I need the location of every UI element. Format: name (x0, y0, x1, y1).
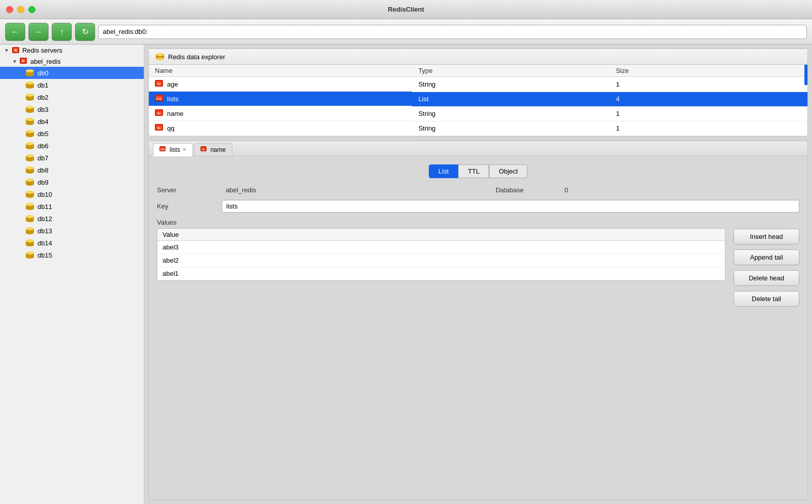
tab-lists[interactable]: List lists ✕ (153, 143, 193, 156)
up-button[interactable]: ↑ (52, 23, 72, 41)
list-item[interactable]: abel3 (157, 240, 725, 254)
sidebar-item-db3[interactable]: db3 (0, 103, 144, 115)
tab-lists-label: lists (170, 146, 180, 153)
sub-tab-object[interactable]: Object (489, 164, 527, 178)
sub-tab-ttl[interactable]: TTL (458, 164, 489, 178)
cell-type: String (412, 121, 610, 136)
cylinder-db-icon (24, 202, 35, 211)
tab-name-label: name (211, 146, 226, 153)
svg-point-44 (26, 183, 34, 186)
sidebar-item-db13[interactable]: db13 (0, 225, 144, 237)
svg-text:R: R (22, 59, 24, 63)
svg-point-41 (26, 166, 34, 170)
append-tail-button[interactable]: Append tail (734, 249, 799, 265)
db-label: db12 (37, 215, 52, 223)
svg-point-73 (156, 53, 164, 56)
back-button[interactable]: ← (5, 23, 25, 41)
app-title: RedisClient (388, 6, 424, 13)
list-item[interactable]: abel2 (157, 254, 725, 267)
sidebar-item-server[interactable]: ▼ R abel_redis (0, 56, 144, 67)
cell-size: 4 (610, 92, 807, 106)
values-col-extra (498, 229, 725, 241)
sidebar-item-db14[interactable]: db14 (0, 237, 144, 249)
db-label: db13 (37, 227, 52, 235)
svg-point-53 (26, 203, 34, 206)
database-list: db0 db1 db2 db3 (0, 67, 144, 261)
values-left: Values Value abel3 (157, 219, 725, 307)
table-row[interactable]: Str name String 1 (149, 106, 807, 121)
svg-point-36 (26, 158, 34, 161)
sidebar-item-servers[interactable]: ▼ R Redis servers (0, 45, 144, 56)
refresh-button[interactable]: ↻ (75, 23, 95, 41)
delete-tail-button[interactable]: Delete tail (734, 291, 799, 307)
value-extra (498, 240, 725, 254)
sidebar-item-db8[interactable]: db8 (0, 164, 144, 176)
insert-head-button[interactable]: Insert head (734, 229, 799, 244)
panel-header: Redis data explorer (149, 49, 807, 65)
string-row-icon: Str (155, 80, 165, 88)
svg-point-68 (26, 256, 34, 259)
db-label: db11 (37, 203, 52, 211)
tab-close-lists[interactable]: ✕ (182, 147, 186, 152)
forward-button[interactable]: → (28, 23, 49, 41)
info-grid: Server abel_redis Database 0 (157, 186, 799, 194)
sidebar-item-db5[interactable]: db5 (0, 128, 144, 140)
svg-point-60 (26, 231, 34, 234)
values-right: Insert head Append tail Delete head Dele… (734, 219, 799, 307)
servers-label: Redis servers (22, 47, 62, 54)
list-item[interactable]: abel1 (157, 267, 725, 280)
maximize-button[interactable] (28, 6, 35, 13)
sidebar-item-db1[interactable]: db1 (0, 79, 144, 91)
svg-point-29 (26, 130, 34, 133)
sidebar-item-db2[interactable]: db2 (0, 91, 144, 103)
cylinder-db-icon (24, 93, 35, 102)
sidebar-item-db6[interactable]: db6 (0, 140, 144, 152)
tab-name[interactable]: Str name (194, 143, 232, 156)
sidebar: ▼ R Redis servers ▼ R abel_redis (0, 45, 144, 504)
explorer-title: Redis data explorer (168, 53, 225, 61)
sidebar-item-db0[interactable]: db0 (0, 67, 144, 79)
svg-text:Str: Str (157, 82, 161, 86)
svg-point-32 (26, 146, 34, 149)
main-layout: ▼ R Redis servers ▼ R abel_redis (0, 45, 812, 504)
sidebar-item-db4[interactable]: db4 (0, 115, 144, 128)
svg-point-57 (26, 215, 34, 218)
cylinder-db-icon (24, 250, 35, 260)
minimize-button[interactable] (17, 6, 24, 13)
values-label: Values (157, 219, 725, 226)
sidebar-item-db7[interactable]: db7 (0, 152, 144, 164)
svg-point-33 (26, 142, 34, 145)
table-row[interactable]: List lists List 4 (149, 92, 807, 106)
svg-text:Str: Str (202, 148, 205, 151)
address-bar[interactable] (98, 25, 807, 39)
svg-point-37 (26, 154, 34, 157)
db-label: db7 (37, 154, 49, 162)
cylinder-db-icon (24, 105, 35, 114)
database-label: Database (496, 186, 556, 194)
close-button[interactable] (6, 6, 13, 13)
data-table-scroll[interactable]: Name Type Size Str age String 1 (149, 65, 807, 136)
key-input[interactable] (222, 200, 799, 213)
sidebar-item-db11[interactable]: db11 (0, 200, 144, 213)
db-label: db3 (37, 106, 49, 113)
table-row[interactable]: Str qq String 1 (149, 121, 807, 136)
cylinder-db-icon (24, 190, 35, 199)
svg-text:R: R (14, 49, 17, 52)
table-row[interactable]: Str age String 1 (149, 77, 807, 92)
cylinder-db-icon (24, 178, 35, 187)
sidebar-item-db15[interactable]: db15 (0, 249, 144, 261)
sidebar-item-db9[interactable]: db9 (0, 176, 144, 188)
svg-point-65 (26, 239, 34, 242)
values-table-wrap: Value abel3 abel2 abel1 (157, 228, 725, 281)
sidebar-item-db12[interactable]: db12 (0, 213, 144, 225)
svg-text:Str: Str (157, 112, 161, 115)
sidebar-item-db10[interactable]: db10 (0, 188, 144, 200)
string-row-icon: Str (155, 124, 165, 132)
database-icon (155, 52, 165, 61)
string-tab-icon: Str (200, 146, 209, 153)
db-label: db4 (37, 118, 49, 125)
sub-tab-list[interactable]: List (429, 164, 458, 178)
cylinder-db-icon (24, 165, 35, 175)
traffic-lights (6, 6, 35, 13)
delete-head-button[interactable]: Delete head (734, 270, 799, 286)
